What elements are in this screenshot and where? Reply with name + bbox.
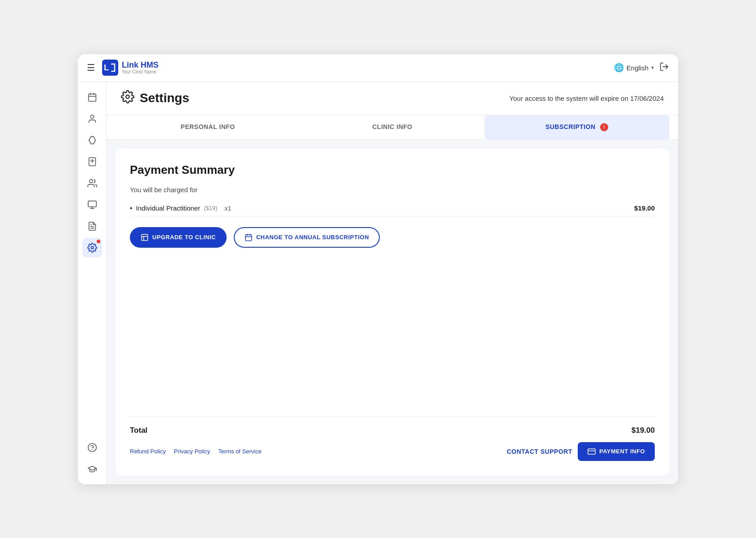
svg-rect-21 (142, 234, 148, 241)
sidebar (78, 82, 107, 484)
page-header: Settings Your access to the system will … (107, 82, 678, 115)
main-layout: Settings Your access to the system will … (78, 82, 678, 484)
topbar: ☰ L Link HMS Your Clinic Name 🌐 English … (78, 54, 678, 82)
svg-point-20 (126, 95, 129, 99)
logo-sub: Your Clinic Name (122, 69, 159, 74)
chevron-down-icon: ▾ (651, 65, 654, 71)
settings-badge (97, 240, 100, 243)
sidebar-item-patient[interactable] (82, 109, 102, 129)
terms-of-service-link[interactable]: Terms of Service (218, 448, 262, 455)
building-icon (141, 233, 149, 241)
logo-text: Link HMS Your Clinic Name (122, 61, 159, 75)
svg-point-7 (90, 115, 94, 118)
sidebar-item-pharmacy[interactable] (82, 152, 102, 172)
tabs-bar: PERSONAL INFO CLINIC INFO SUBSCRIPTION ! (107, 115, 678, 140)
logo-svg: L (102, 60, 118, 76)
sidebar-item-calendar[interactable] (82, 87, 102, 107)
logo-name: Link HMS (122, 61, 159, 70)
line-item-bullet: • (130, 204, 133, 212)
sidebar-item-lab[interactable] (82, 130, 102, 150)
svg-rect-12 (88, 201, 96, 207)
upgrade-to-clinic-button[interactable]: UPGRADE TO CLINIC (130, 227, 227, 248)
svg-rect-24 (245, 235, 252, 241)
sidebar-item-team[interactable] (82, 173, 102, 193)
card-footer: Total $19.00 Refund Policy Privacy Polic… (130, 417, 655, 461)
language-label: English (627, 64, 649, 72)
sidebar-item-settings[interactable] (82, 238, 102, 258)
line-item-price-note: ($19) (204, 205, 217, 211)
total-row: Total $19.00 (130, 426, 655, 435)
sidebar-item-monitor[interactable] (82, 195, 102, 215)
page-title-area: Settings (121, 90, 189, 107)
total-amount: $19.00 (631, 426, 655, 435)
total-label: Total (130, 426, 147, 435)
globe-icon: 🌐 (614, 63, 624, 73)
calendar-icon (245, 233, 253, 241)
content-area: Settings Your access to the system will … (107, 82, 678, 484)
svg-rect-28 (588, 449, 596, 454)
svg-rect-3 (88, 94, 96, 101)
contact-support-button[interactable]: CONTACT SUPPORT (507, 448, 572, 455)
page-title: Settings (140, 91, 189, 105)
page-gear-icon (121, 90, 134, 107)
tab-personal[interactable]: PERSONAL INFO (116, 115, 300, 139)
charge-label: You will be charged for (130, 186, 655, 194)
language-selector[interactable]: 🌐 English ▾ (614, 63, 654, 73)
svg-point-17 (91, 246, 94, 249)
action-buttons: UPGRADE TO CLINIC CHANGE TO ANNUAL SUBSC… (130, 227, 655, 248)
sidebar-item-graduation[interactable] (82, 459, 102, 479)
sidebar-item-reports[interactable] (82, 216, 102, 236)
privacy-policy-link[interactable]: Privacy Policy (174, 448, 210, 455)
line-item-name: Individual Practitioner (136, 204, 200, 212)
refund-policy-link[interactable]: Refund Policy (130, 448, 166, 455)
logo-area: L Link HMS Your Clinic Name (102, 60, 614, 76)
footer-links: Refund Policy Privacy Policy Terms of Se… (130, 448, 262, 455)
line-item: • Individual Practitioner ($19) x1 $19.0… (130, 201, 655, 216)
svg-point-11 (89, 179, 92, 182)
line-item-qty: x1 (224, 205, 231, 212)
payment-info-button[interactable]: PAYMENT INFO (578, 442, 655, 461)
line-item-total: $19.00 (634, 204, 655, 212)
footer-actions: CONTACT SUPPORT PAYMENT INFO (507, 442, 655, 461)
menu-icon[interactable]: ☰ (87, 62, 95, 73)
expiry-notice: Your access to the system will expire on… (509, 95, 664, 102)
payment-title: Payment Summary (130, 163, 655, 177)
sidebar-item-help[interactable] (82, 438, 102, 457)
app-window: ☰ L Link HMS Your Clinic Name 🌐 English … (78, 54, 678, 484)
change-to-annual-button[interactable]: CHANGE TO ANNUAL SUBSCRIPTION (234, 227, 380, 248)
payment-summary-content: Payment Summary You will be charged for … (130, 163, 655, 248)
svg-text:L: L (104, 63, 109, 72)
tab-clinic[interactable]: CLINIC INFO (300, 115, 485, 139)
footer-links-row: Refund Policy Privacy Policy Terms of Se… (130, 442, 655, 461)
logout-icon[interactable] (659, 62, 669, 74)
main-card: Payment Summary You will be charged for … (116, 149, 669, 475)
credit-card-icon (588, 448, 596, 456)
tab-subscription[interactable]: SUBSCRIPTION ! (485, 115, 669, 139)
topbar-right: 🌐 English ▾ (614, 62, 669, 74)
subscription-badge: ! (600, 123, 608, 131)
